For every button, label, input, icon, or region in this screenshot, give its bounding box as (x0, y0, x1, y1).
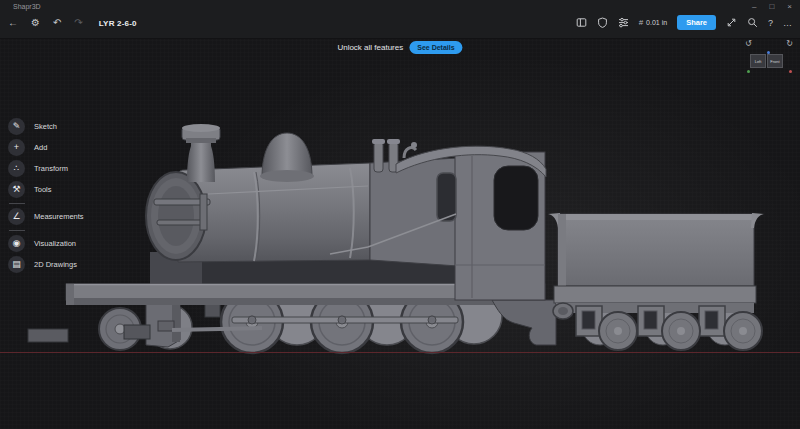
close-icon[interactable]: × (787, 2, 792, 12)
axis-dot-z (767, 51, 770, 54)
view-cube-face-left[interactable]: Left (750, 54, 766, 68)
tender-body[interactable] (558, 214, 754, 286)
sliders-icon[interactable] (618, 17, 629, 28)
toolbar-right: # 0.01 in Share ? … (576, 15, 793, 30)
crosshead[interactable] (158, 321, 174, 331)
front-step[interactable] (124, 325, 150, 339)
grid-icon: # (639, 18, 643, 27)
sidebar-item-2d-drawings[interactable]: ▤ 2D Drawings (8, 256, 84, 273)
sketch-pencil-icon: ✎ (8, 118, 25, 135)
smokebox-handle[interactable] (157, 220, 205, 225)
steam-dome[interactable] (260, 133, 314, 182)
minimize-icon[interactable]: – (752, 2, 756, 12)
sidebar-item-label: Measurements (34, 212, 84, 221)
help-icon[interactable]: ? (768, 18, 773, 28)
project-title[interactable]: LYR 2-6-0 (99, 19, 137, 28)
sidebar-item-tools[interactable]: ⚒ Tools (8, 181, 84, 198)
sidebar-item-measurements[interactable]: ∠ Measurements (8, 208, 84, 225)
sidebar-item-sketch[interactable]: ✎ Sketch (8, 118, 84, 135)
grid-spacing-value: 0.01 in (646, 19, 667, 26)
trial-banner: Unlock all features See Details (337, 41, 462, 54)
app-title: Shapr3D (13, 3, 41, 10)
panels-icon[interactable] (576, 17, 587, 28)
sidebar-divider (9, 203, 25, 204)
tender-wheels[interactable] (599, 312, 762, 350)
tools-wrench-icon: ⚒ (8, 181, 25, 198)
chimney[interactable] (182, 124, 220, 182)
connecting-rod[interactable] (172, 328, 262, 330)
sidebar-item-label: Sketch (34, 122, 57, 131)
sidebar-item-label: Add (34, 143, 47, 152)
front-coupler[interactable] (28, 329, 68, 342)
axis-dot-y (747, 70, 750, 73)
settings-gear-icon[interactable]: ⚙ (31, 17, 40, 29)
cab-window[interactable] (437, 173, 456, 221)
sidebar-item-label: 2D Drawings (34, 260, 77, 269)
add-plus-icon: + (8, 139, 25, 156)
transform-icon: ∴ (8, 160, 25, 177)
tender[interactable] (548, 213, 764, 350)
grid-spacing-control[interactable]: # 0.01 in (639, 18, 667, 27)
rotate-cw-icon[interactable]: ↻ (786, 39, 793, 48)
sidebar-item-label: Transform (34, 164, 68, 173)
sidebar-item-add[interactable]: + Add (8, 139, 84, 156)
shield-history-icon[interactable] (597, 17, 608, 28)
orientation-widget: ↺ ↻ Left Front (743, 39, 795, 77)
shapr3d-window: { "titlebar": { "app_title": "Shapr3D", … (0, 0, 800, 429)
locomotive-model[interactable] (0, 0, 800, 429)
maximize-icon[interactable]: □ (769, 2, 774, 12)
sidebar-divider (9, 230, 25, 231)
sidebar-item-label: Tools (34, 185, 52, 194)
drawings-document-icon: ▤ (8, 256, 25, 273)
view-cube[interactable]: Left Front (750, 54, 783, 68)
expand-icon[interactable] (726, 17, 737, 28)
visualization-icon: ◉ (8, 235, 25, 252)
sidebar-item-visualization[interactable]: ◉ Visualization (8, 235, 84, 252)
tools-sidebar: ✎ Sketch + Add ∴ Transform ⚒ Tools ∠ Mea… (0, 118, 84, 277)
search-icon[interactable] (747, 17, 758, 28)
sidebar-item-transform[interactable]: ∴ Transform (8, 160, 84, 177)
measurements-ruler-icon: ∠ (8, 208, 25, 225)
sidebar-item-label: Visualization (34, 239, 76, 248)
share-button[interactable]: Share (677, 15, 716, 30)
back-icon[interactable]: ← (8, 17, 18, 29)
tender-frame[interactable] (554, 286, 756, 303)
view-cube-face-front[interactable]: Front (767, 54, 783, 68)
axis-dot-x (789, 70, 792, 73)
cab-opening (494, 166, 538, 230)
toolbar-left: ← ⚙ ↶ ↷ LYR 2-6-0 (8, 17, 137, 29)
top-bar: Shapr3D – □ × ← ⚙ ↶ ↷ LYR 2-6-0 # 0.01 i… (0, 0, 800, 39)
more-menu-icon[interactable]: … (783, 18, 793, 28)
window-controls: – □ × (752, 2, 792, 12)
see-details-button[interactable]: See Details (409, 41, 462, 54)
redo-icon[interactable]: ↷ (74, 17, 82, 29)
trial-banner-message: Unlock all features (337, 43, 403, 52)
undo-icon[interactable]: ↶ (53, 17, 61, 29)
rotate-ccw-icon[interactable]: ↺ (745, 39, 752, 48)
